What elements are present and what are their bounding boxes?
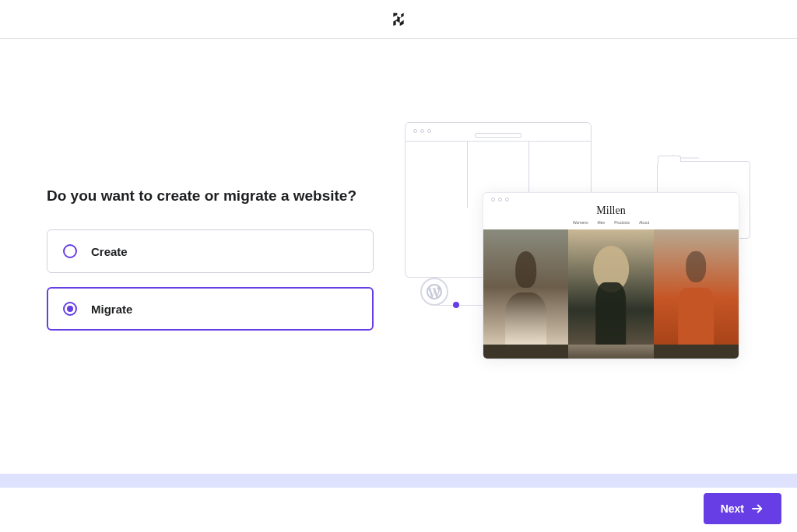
illustration-panel: Millen Womens Men Products About: [405, 122, 750, 410]
left-panel: Do you want to create or migrate a websi…: [47, 187, 405, 345]
connector-dot-icon: [453, 302, 459, 308]
header: [0, 0, 797, 39]
option-migrate[interactable]: Migrate: [47, 287, 374, 331]
preview-browser: Millen Womens Men Products About: [483, 192, 739, 359]
main-content: Do you want to create or migrate a websi…: [0, 39, 797, 493]
radio-icon: [63, 244, 77, 258]
nav-item: Womens: [573, 220, 588, 225]
progress-bar: [0, 474, 797, 488]
nav-item: Men: [598, 220, 606, 225]
option-migrate-label: Migrate: [91, 303, 132, 316]
arrow-right-icon: [750, 502, 764, 516]
nav-item: Products: [614, 220, 630, 225]
next-button[interactable]: Next: [704, 493, 781, 524]
radio-selected-icon: [67, 306, 73, 312]
preview-site-title: Millen: [483, 205, 739, 217]
option-create-label: Create: [91, 245, 128, 258]
wordpress-icon: [420, 278, 448, 306]
brand-logo-icon: [391, 12, 406, 27]
option-create[interactable]: Create: [47, 229, 374, 273]
preview-gallery: [483, 229, 739, 345]
radio-icon: [63, 302, 77, 316]
preview-site-nav: Womens Men Products About: [483, 220, 739, 225]
nav-item: About: [639, 220, 649, 225]
connector-line-icon: [434, 305, 489, 306]
page-question: Do you want to create or migrate a websi…: [47, 187, 374, 205]
next-button-label: Next: [721, 502, 744, 515]
